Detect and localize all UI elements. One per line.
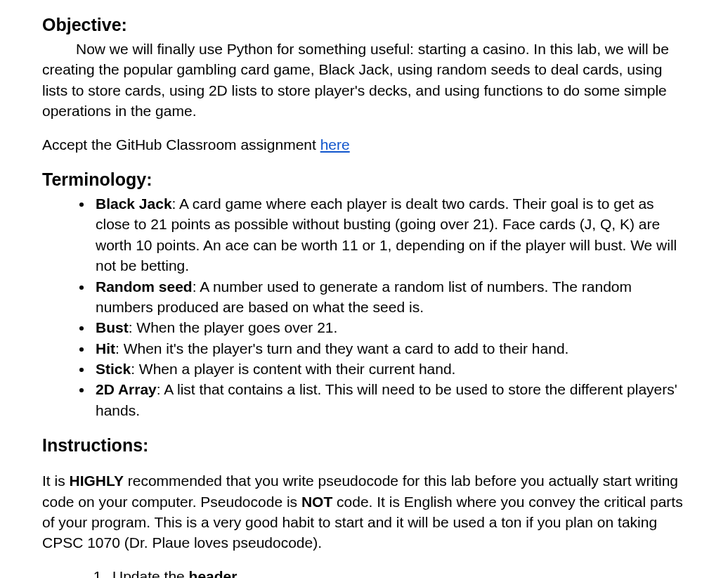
instruction-step: Update the header. (110, 566, 686, 578)
term-label: Bust (96, 319, 129, 335)
github-prefix: Accept the GitHub Classroom assignment (42, 136, 320, 153)
intro-bold: NOT (301, 494, 332, 510)
instructions-steps: Update the header. (42, 566, 686, 578)
instructions-heading: Instructions: (42, 433, 686, 458)
intro-text: It is (42, 473, 70, 489)
term-label: Hit (96, 340, 115, 357)
term-definition: : When it's the player's turn and they w… (115, 340, 568, 357)
term-definition: : A card game where each player is dealt… (96, 195, 677, 274)
term-definition: : A list that contains a list. This will… (96, 381, 677, 418)
term-label: Random seed (96, 278, 193, 295)
terminology-section: Terminology: Black Jack: A card game whe… (42, 167, 686, 420)
step-bold: header (189, 568, 238, 578)
terminology-heading: Terminology: (42, 167, 686, 192)
instructions-intro: It is HIGHLY recommended that you write … (42, 470, 686, 553)
objective-body: Now we will finally use Python for somet… (42, 39, 686, 122)
term-label: Black Jack (96, 195, 172, 212)
terminology-item: Black Jack: A card game where each playe… (93, 193, 686, 276)
term-definition: : When a player is content with their cu… (131, 361, 455, 377)
term-label: 2D Array (96, 381, 157, 397)
terminology-item: Hit: When it's the player's turn and the… (93, 338, 686, 359)
step-prefix: Update the (112, 568, 189, 578)
terminology-item: 2D Array: A list that contains a list. T… (93, 379, 686, 420)
terminology-item: Random seed: A number used to generate a… (93, 276, 686, 318)
term-definition: : When the player goes over 21. (129, 319, 338, 335)
github-assignment-text: Accept the GitHub Classroom assignment h… (42, 134, 686, 155)
terminology-item: Stick: When a player is content with the… (93, 359, 686, 379)
terminology-list: Black Jack: A card game where each playe… (42, 193, 686, 420)
github-classroom-link[interactable]: here (320, 136, 350, 153)
terminology-item: Bust: When the player goes over 21. (93, 317, 686, 338)
objective-section: Objective: Now we will finally use Pytho… (42, 13, 686, 155)
intro-bold: HIGHLY (70, 473, 124, 489)
step-suffix: . (237, 568, 241, 578)
instructions-section: Instructions: It is HIGHLY recommended t… (42, 433, 686, 578)
objective-heading: Objective: (42, 13, 686, 37)
term-label: Stick (96, 361, 131, 377)
